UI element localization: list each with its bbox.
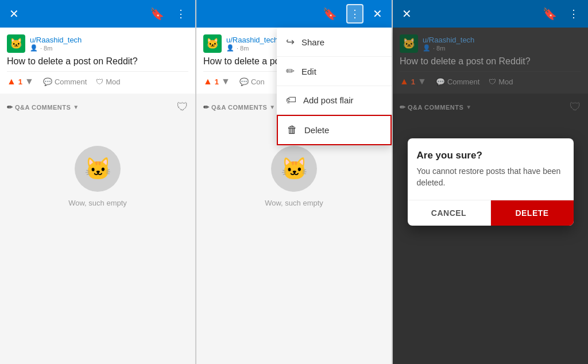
panel-2-header: 🔖 ⋮ ✕: [196, 0, 392, 28]
panel-2-wrapper: 🔖 ⋮ ✕ 🐱 u/Raashid_tech: [196, 0, 392, 364]
close-icon-2: ✕: [373, 7, 382, 21]
comments-label-1: ✏ Q&A COMMENTS ▼: [7, 103, 79, 111]
comments-label-2: ✏ Q&A COMMENTS ▼: [203, 103, 275, 111]
share-icon: ↪: [286, 36, 295, 48]
mod-button-1[interactable]: 🛡 Mod: [96, 78, 120, 86]
upvote-icon-1[interactable]: ▲: [7, 76, 16, 87]
three-dot-icon-2: ⋮: [350, 7, 360, 20]
dropdown-menu: ↪ Share ✏ Edit 🏷 Add post flair 🗑 Delete: [277, 28, 392, 145]
menu-item-edit[interactable]: ✏ Edit: [277, 57, 392, 86]
post-meta-1: 👤 · 8m: [30, 44, 82, 52]
panel-1: ✕ 🔖 ⋮ 🐱 u/Raashid_tech 👤 · 8m: [0, 0, 195, 364]
avatar-1: 🐱: [7, 34, 25, 53]
more-options-button-2[interactable]: ⋮: [346, 4, 363, 24]
delete-icon: 🗑: [287, 124, 297, 136]
post-card-1: 🐱 u/Raashid_tech 👤 · 8m How to delete a …: [0, 28, 195, 94]
post-time-1: · 8m: [40, 45, 52, 52]
delete-confirm-button[interactable]: DELETE: [491, 200, 574, 226]
pencil-icon-1: ✏: [7, 103, 13, 111]
menu-item-flair[interactable]: 🏷 Add post flair: [277, 86, 392, 115]
avatar-icon-2: 🐱: [206, 37, 219, 50]
comment-label-1: Comment: [55, 78, 87, 86]
snoo-face-1: 🐱: [84, 156, 111, 181]
dialog-title: Are you sure?: [417, 150, 564, 161]
confirm-dialog: Are you sure? You cannot restore posts t…: [408, 138, 574, 226]
comment-icon-1: 💬: [43, 78, 52, 86]
comments-header-1: ✏ Q&A COMMENTS ▼ 🛡: [7, 100, 188, 114]
upvote-icon-2[interactable]: ▲: [203, 76, 212, 87]
flair-icon: 🏷: [286, 94, 296, 106]
dialog-overlay: Are you sure? You cannot restore posts t…: [393, 0, 588, 364]
comment-label-2: Con: [251, 78, 265, 86]
header-2-right: 🔖 ⋮ ✕: [320, 4, 385, 24]
username-2[interactable]: u/Raashid_tech: [226, 36, 278, 44]
person-icon-2: 👤: [226, 44, 234, 52]
vote-group-1: ▲ 1 ▼: [7, 76, 34, 87]
empty-state-1: 🐱 Wow, such empty: [7, 123, 188, 230]
comment-button-2[interactable]: 💬 Con: [239, 78, 265, 86]
snoo-icon-2: 🐱: [271, 146, 317, 192]
shield-icon-1: 🛡: [177, 100, 188, 114]
close-button[interactable]: ✕: [7, 5, 21, 23]
menu-share-label: Share: [301, 37, 324, 47]
menu-delete-label: Delete: [304, 125, 329, 135]
bookmark-icon: 🔖: [150, 7, 164, 21]
post-time-2: · 8m: [237, 45, 249, 52]
mod-label-1: Mod: [106, 78, 120, 86]
user-details-2: u/Raashid_tech 👤 · 8m: [226, 36, 278, 52]
bookmark-button-2[interactable]: 🔖: [320, 5, 339, 23]
snoo-icon-1: 🐱: [75, 146, 121, 192]
menu-item-delete[interactable]: 🗑 Delete: [277, 115, 392, 145]
comment-button-1[interactable]: 💬 Comment: [43, 78, 87, 86]
panel-1-header: ✕ 🔖 ⋮: [0, 0, 195, 28]
comment-icon-2: 💬: [239, 78, 249, 86]
downvote-icon-2[interactable]: ▼: [221, 76, 230, 87]
header-left-icons: ✕: [7, 5, 21, 23]
avatar-2: 🐱: [203, 34, 222, 53]
more-options-button[interactable]: ⋮: [173, 5, 188, 22]
post-title-1: How to delete a post on Reddit?: [7, 56, 188, 67]
dialog-message: You cannot restore posts that have been …: [417, 166, 564, 188]
mod-icon-1: 🛡: [96, 78, 103, 86]
vote-count-2: 1: [215, 78, 219, 86]
panel-3-wrapper: ✕ 🔖 ⋮ 🐱 u/Raashid_tech: [393, 0, 588, 364]
comments-section-1: ✏ Q&A COMMENTS ▼ 🛡 🐱 Wow, such empty: [0, 94, 195, 237]
pencil-icon-2: ✏: [203, 103, 209, 111]
post-meta-2: 👤 · 8m: [226, 44, 278, 52]
username-1[interactable]: u/Raashid_tech: [30, 36, 82, 44]
downvote-icon-1[interactable]: ▼: [25, 76, 34, 87]
cancel-button[interactable]: CANCEL: [408, 200, 491, 226]
menu-edit-label: Edit: [301, 67, 316, 76]
bookmark-icon-2: 🔖: [323, 7, 337, 21]
edit-icon: ✏: [286, 65, 295, 78]
menu-flair-label: Add post flair: [303, 95, 354, 105]
avatar-icon: 🐱: [10, 37, 22, 50]
empty-text-2: Wow, such empty: [265, 199, 323, 207]
header-right-icons: 🔖 ⋮: [148, 5, 188, 23]
empty-text-1: Wow, such empty: [68, 199, 127, 207]
vote-count-1: 1: [18, 78, 22, 86]
snoo-face-2: 🐱: [281, 156, 308, 181]
chevron-icon-1: ▼: [73, 104, 79, 110]
dialog-buttons: CANCEL DELETE: [408, 200, 574, 226]
close-button-2[interactable]: ✕: [370, 5, 385, 23]
vote-group-2: ▲ 1 ▼: [203, 76, 230, 87]
bookmark-button[interactable]: 🔖: [148, 5, 167, 23]
person-icon-1: 👤: [30, 44, 38, 52]
user-details-1: u/Raashid_tech 👤 · 8m: [30, 36, 82, 52]
post-actions-1: ▲ 1 ▼ 💬 Comment 🛡 Mod: [7, 71, 188, 87]
three-dot-icon: ⋮: [176, 7, 186, 20]
panel-1-content: 🐱 u/Raashid_tech 👤 · 8m How to delete a …: [0, 28, 195, 364]
user-info-1: 🐱 u/Raashid_tech 👤 · 8m: [7, 34, 188, 53]
chevron-icon-2: ▼: [269, 104, 275, 110]
close-icon: ✕: [9, 7, 19, 21]
menu-item-share[interactable]: ↪ Share: [277, 28, 392, 57]
